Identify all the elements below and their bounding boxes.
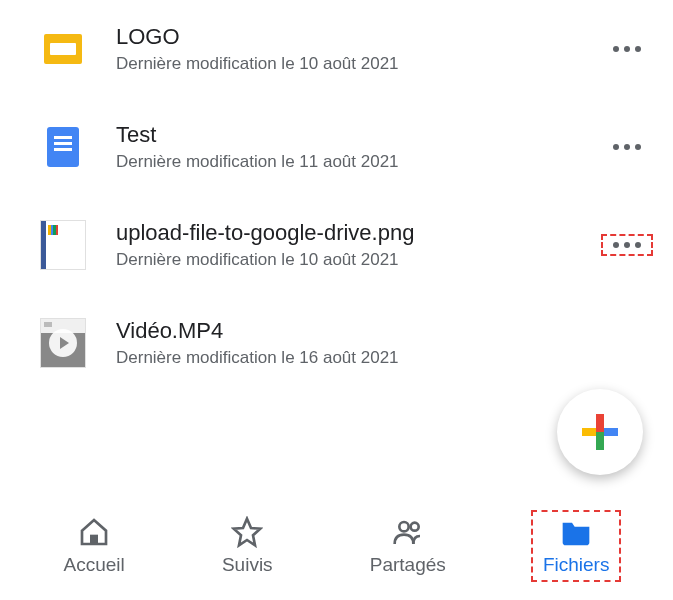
svg-point-0: [399, 522, 408, 531]
file-item[interactable]: Vidéo.MP4 Dernière modification le 16 ao…: [0, 294, 673, 392]
nav-label: Accueil: [64, 554, 125, 576]
slides-icon: [40, 26, 86, 72]
file-item[interactable]: Test Dernière modification le 11 août 20…: [0, 98, 673, 196]
file-item[interactable]: LOGO Dernière modification le 10 août 20…: [0, 0, 673, 98]
file-name: LOGO: [116, 24, 591, 50]
more-options-button[interactable]: [601, 136, 653, 158]
file-meta: Dernière modification le 16 août 2021: [116, 348, 653, 368]
file-info: Test Dernière modification le 11 août 20…: [116, 122, 591, 172]
star-icon: [231, 516, 263, 548]
svg-point-1: [410, 523, 418, 531]
bottom-nav: Accueil Suivis Partagés Fichiers: [0, 500, 673, 600]
file-name: Test: [116, 122, 591, 148]
docs-icon: [40, 124, 86, 170]
file-name: Vidéo.MP4: [116, 318, 653, 344]
add-button[interactable]: [557, 389, 643, 475]
nav-home[interactable]: Accueil: [52, 510, 137, 582]
nav-label: Suivis: [222, 554, 273, 576]
file-list: LOGO Dernière modification le 10 août 20…: [0, 0, 673, 392]
nav-label: Fichiers: [543, 554, 610, 576]
video-thumbnail-icon: [40, 320, 86, 366]
nav-starred[interactable]: Suivis: [210, 510, 285, 582]
people-icon: [392, 516, 424, 548]
file-info: LOGO Dernière modification le 10 août 20…: [116, 24, 591, 74]
more-options-button[interactable]: [601, 234, 653, 256]
file-meta: Dernière modification le 10 août 2021: [116, 250, 591, 270]
file-item[interactable]: upload-file-to-google-drive.png Dernière…: [0, 196, 673, 294]
home-icon: [78, 516, 110, 548]
image-thumbnail-icon: [40, 222, 86, 268]
file-meta: Dernière modification le 10 août 2021: [116, 54, 591, 74]
more-options-button[interactable]: [601, 38, 653, 60]
nav-label: Partagés: [370, 554, 446, 576]
file-info: Vidéo.MP4 Dernière modification le 16 ao…: [116, 318, 653, 368]
folder-icon: [560, 516, 592, 548]
nav-files[interactable]: Fichiers: [531, 510, 622, 582]
play-icon: [49, 329, 77, 357]
nav-shared[interactable]: Partagés: [358, 510, 458, 582]
file-name: upload-file-to-google-drive.png: [116, 220, 591, 246]
file-meta: Dernière modification le 11 août 2021: [116, 152, 591, 172]
file-info: upload-file-to-google-drive.png Dernière…: [116, 220, 591, 270]
plus-icon: [582, 414, 618, 450]
